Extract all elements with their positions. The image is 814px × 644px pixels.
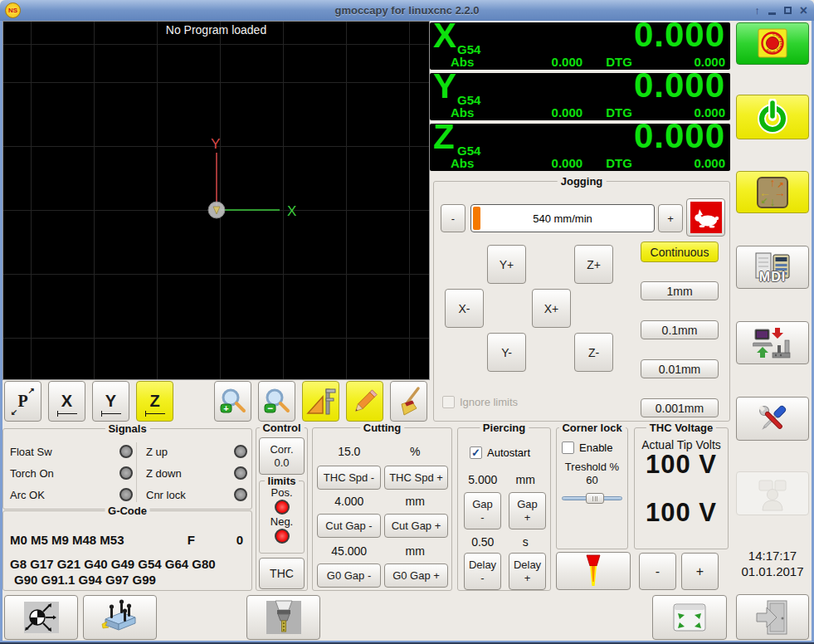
signal-z-down: Z down bbox=[146, 466, 247, 481]
checkbox-checked-icon: ✓ bbox=[470, 446, 482, 459]
view-y-button[interactable]: Y bbox=[92, 381, 129, 422]
signals-divider bbox=[136, 442, 137, 502]
g0-gap-minus-button[interactable]: G0 Gap - bbox=[317, 564, 381, 588]
thc-speed-minus-button[interactable]: THC Spd - bbox=[317, 466, 381, 490]
z-down-led bbox=[234, 466, 247, 480]
dro-sub-line: Abs0.000 DTG0.000 bbox=[451, 156, 725, 170]
view-perspective-button[interactable]: P ↗ ↙ bbox=[4, 381, 41, 422]
jog-speed-bar-fill bbox=[473, 207, 480, 230]
jogpad-icon: ↑ ← → ↓ ↙ ↗ bbox=[757, 177, 788, 208]
torch-button[interactable] bbox=[556, 552, 631, 590]
clock: 14:17:17 01.01.2017 bbox=[734, 548, 812, 579]
window-border-bottom bbox=[0, 641, 814, 644]
slider-handle[interactable] bbox=[586, 493, 604, 504]
limit-pos-led bbox=[275, 500, 290, 515]
pierce-delay-plus-button[interactable]: Delay+ bbox=[509, 553, 546, 590]
active-m-codes: M0 M5 M9 M48 M53 F 0 bbox=[10, 533, 243, 547]
autostart-checkbox[interactable]: ✓ Autostart bbox=[470, 446, 530, 459]
jog-x-minus-button[interactable]: X- bbox=[445, 289, 484, 328]
g0-gap-plus-button[interactable]: G0 Gap + bbox=[384, 564, 448, 588]
increment-0p1mm-button[interactable]: 0.1mm bbox=[641, 320, 719, 339]
fullscreen-icon bbox=[672, 603, 707, 632]
jogging-title: Jogging bbox=[558, 175, 607, 188]
piercing-title: Piercing bbox=[480, 422, 529, 434]
jog-speed-plus-button[interactable]: + bbox=[658, 204, 683, 232]
increment-0p01mm-button[interactable]: 0.01mm bbox=[641, 359, 719, 378]
thc-enable-button[interactable]: THC bbox=[259, 558, 305, 589]
limits-panel: limits Pos. Neg. bbox=[259, 481, 305, 554]
height-correction-display[interactable]: Corr.0.0 bbox=[259, 437, 305, 475]
threshold-slider[interactable] bbox=[562, 493, 622, 504]
jog-speed-minus-button[interactable]: - bbox=[441, 204, 465, 232]
clear-preview-button[interactable] bbox=[390, 381, 427, 422]
caliper-icon bbox=[305, 386, 337, 417]
arc-ok-led bbox=[119, 488, 133, 501]
view-x-button[interactable]: X bbox=[48, 381, 85, 422]
exit-button[interactable] bbox=[736, 594, 809, 640]
dro-axis-z[interactable]: Z G54 0.000 Abs0.000 DTG0.000 bbox=[430, 124, 730, 171]
pierce-gap-minus-button[interactable]: Gap- bbox=[464, 492, 501, 529]
thc-speed-plus-button[interactable]: THC Spd + bbox=[384, 466, 448, 490]
float-sw-led bbox=[119, 445, 133, 458]
g0-gap-value-row: 45.000mm bbox=[316, 544, 448, 558]
magnifier-plus-icon: + bbox=[218, 387, 248, 417]
maximize-icon[interactable] bbox=[784, 7, 792, 14]
voltage-minus-button[interactable]: - bbox=[639, 553, 676, 590]
jog-y-minus-button[interactable]: Y- bbox=[487, 333, 526, 372]
show-dimensions-button[interactable] bbox=[302, 381, 339, 422]
close-icon[interactable]: × bbox=[800, 5, 807, 16]
jog-z-plus-button[interactable]: Z+ bbox=[574, 245, 613, 284]
cutting-title: Cutting bbox=[360, 422, 404, 434]
increment-0p001mm-button[interactable]: 0.001mm bbox=[641, 398, 719, 417]
fullscreen-button[interactable] bbox=[652, 595, 727, 640]
z-view-icon: Z bbox=[149, 392, 159, 411]
voltage-plus-button[interactable]: + bbox=[681, 553, 719, 590]
mdi-label: MDI bbox=[737, 270, 808, 285]
ignore-limits-checkbox[interactable]: Ignore limits bbox=[442, 396, 518, 408]
jog-fast-toggle-button[interactable] bbox=[686, 198, 725, 237]
perspective-arrow-sw-icon: ↙ bbox=[11, 407, 17, 417]
draw-path-button[interactable] bbox=[346, 381, 383, 422]
autostart-label: Autostart bbox=[487, 446, 530, 459]
dro-axis-x[interactable]: X G54 0.000 Abs0.000 DTG0.000 bbox=[430, 22, 730, 70]
jog-z-minus-button[interactable]: Z- bbox=[574, 333, 613, 372]
thc-speed-value-row: 15.0% bbox=[316, 445, 448, 458]
tool-measure-button[interactable] bbox=[246, 595, 320, 640]
torch-icon bbox=[582, 554, 604, 588]
app-window: NS gmoccapy for linuxcnc 2.2.0 ↑ × No Pr… bbox=[0, 0, 814, 644]
cut-gap-plus-button[interactable]: Cut Gap + bbox=[384, 514, 448, 538]
touch-off-button[interactable] bbox=[4, 595, 78, 640]
jog-mode-button[interactable]: ↑ ← → ↓ ↙ ↗ bbox=[736, 171, 809, 213]
mdi-mode-button[interactable]: MDI bbox=[736, 246, 809, 289]
increment-continuous-button[interactable]: Continuous bbox=[641, 242, 719, 262]
minimize-icon[interactable] bbox=[768, 12, 776, 15]
dro-letter: Z bbox=[433, 117, 455, 157]
view-z-button[interactable]: Z bbox=[136, 381, 173, 422]
jog-x-plus-button[interactable]: X+ bbox=[532, 289, 571, 328]
auto-mode-button[interactable] bbox=[736, 321, 809, 364]
increment-1mm-button[interactable]: 1mm bbox=[641, 281, 719, 300]
zoom-out-button[interactable]: − bbox=[258, 381, 295, 422]
dro-letter: X bbox=[433, 16, 456, 56]
pierce-gap-plus-button[interactable]: Gap+ bbox=[509, 492, 546, 529]
control-panel: Control Corr.0.0 limits Pos. Neg. THC bbox=[256, 427, 308, 591]
svg-text:Y: Y bbox=[211, 136, 220, 152]
corner-lock-enable-checkbox[interactable]: Enable bbox=[562, 442, 612, 454]
app-icon-text: NS bbox=[8, 7, 17, 14]
active-g-codes: G8 G17 G21 G40 G49 G54 G64 G80 G90 G91.1… bbox=[10, 556, 246, 588]
settings-button[interactable] bbox=[736, 397, 809, 441]
shade-icon[interactable]: ↑ bbox=[754, 5, 760, 16]
estop-button[interactable]: Emergency-Stop bbox=[736, 22, 809, 65]
cut-gap-minus-button[interactable]: Cut Gap - bbox=[317, 514, 381, 538]
signal-float-sw: Float Sw bbox=[10, 444, 133, 459]
app-icon[interactable]: NS bbox=[5, 2, 21, 18]
pierce-delay-minus-button[interactable]: Delay- bbox=[464, 553, 501, 590]
machine-on-button[interactable] bbox=[736, 95, 809, 139]
dro-axis-y[interactable]: Y G54 0.000 Abs0.000 DTG0.000 bbox=[430, 73, 730, 120]
jog-y-plus-button[interactable]: Y+ bbox=[487, 245, 526, 284]
user-settings-button[interactable] bbox=[736, 471, 809, 515]
zoom-in-button[interactable]: + bbox=[214, 381, 251, 422]
perspective-icon: P bbox=[17, 392, 27, 411]
gremlin-preview[interactable]: No Program loaded Y X bbox=[2, 21, 430, 380]
touch-plate-button[interactable] bbox=[83, 595, 157, 640]
